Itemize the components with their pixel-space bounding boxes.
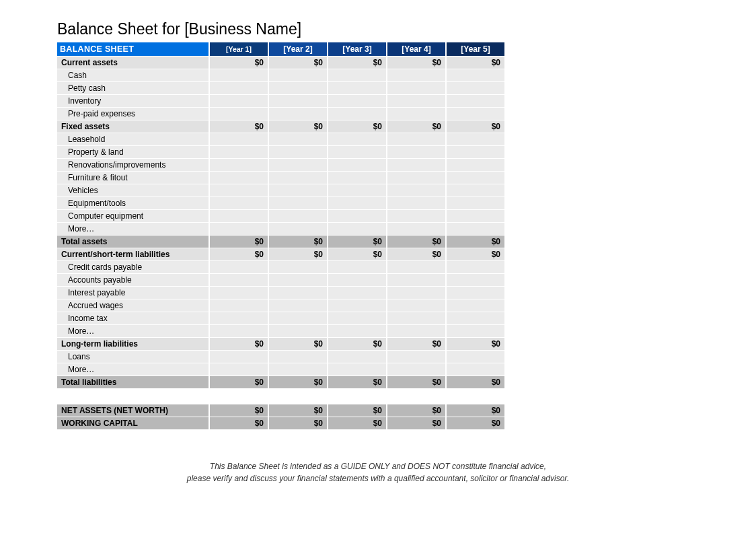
row-value: $0	[328, 248, 387, 261]
row-value	[328, 82, 387, 95]
row-value: $0	[268, 376, 328, 389]
row-label: More…	[57, 325, 209, 338]
row-label: Computer equipment	[57, 210, 209, 223]
row-value: $0	[209, 417, 268, 430]
table-row: Credit cards payable	[57, 261, 505, 274]
row-value	[446, 325, 505, 338]
row-value	[268, 261, 328, 274]
row-value	[446, 299, 505, 312]
row-value	[328, 210, 387, 223]
row-value	[328, 95, 387, 108]
table-row: More…	[57, 325, 505, 338]
row-value	[387, 299, 446, 312]
row-value	[328, 69, 387, 82]
row-value: $0	[446, 376, 505, 389]
row-label: Current/short-term liabilities	[57, 248, 209, 261]
row-value	[328, 159, 387, 172]
row-value	[328, 389, 387, 404]
table-row	[57, 389, 505, 404]
row-value	[268, 299, 328, 312]
row-value	[387, 351, 446, 363]
row-value	[446, 184, 505, 197]
table-row: WORKING CAPITAL$0$0$0$0$0	[57, 417, 505, 430]
row-label: Accounts payable	[57, 274, 209, 287]
table-row: Inventory	[57, 95, 505, 108]
row-value	[446, 69, 505, 82]
row-value	[268, 210, 328, 223]
row-value	[209, 146, 268, 159]
table-row: Accounts payable	[57, 274, 505, 287]
table-row: Current/short-term liabilities$0$0$0$0$0	[57, 248, 505, 261]
table-row: Current assets$0$0$0$0$0	[57, 57, 505, 69]
row-value	[328, 223, 387, 236]
row-value	[209, 184, 268, 197]
table-row: Loans	[57, 351, 505, 363]
table-row: Total liabilities$0$0$0$0$0	[57, 376, 505, 389]
row-label: NET ASSETS (NET WORTH)	[57, 404, 209, 417]
row-value	[387, 210, 446, 223]
row-value	[268, 325, 328, 338]
table-row: More…	[57, 223, 505, 236]
row-value: $0	[209, 120, 268, 133]
row-value	[268, 223, 328, 236]
row-value: $0	[209, 57, 268, 69]
row-label	[57, 389, 209, 404]
table-row: Accrued wages	[57, 299, 505, 312]
row-label: Pre-paid expenses	[57, 108, 209, 120]
row-value	[328, 287, 387, 299]
row-value	[209, 159, 268, 172]
row-label: Loans	[57, 351, 209, 363]
row-value	[446, 210, 505, 223]
disclaimer-line-1: This Balance Sheet is intended as a GUID…	[57, 460, 699, 472]
row-value: $0	[446, 57, 505, 69]
row-label: Petty cash	[57, 82, 209, 95]
row-value	[446, 287, 505, 299]
row-value: $0	[328, 57, 387, 69]
row-label: Total liabilities	[57, 376, 209, 389]
header-year-1: [Year 1]	[209, 42, 268, 57]
row-value	[446, 82, 505, 95]
row-value	[387, 133, 446, 146]
table-row: Cash	[57, 69, 505, 82]
row-label: Furniture & fitout	[57, 172, 209, 184]
row-value	[328, 184, 387, 197]
row-label: Fixed assets	[57, 120, 209, 133]
disclaimer-line-2: please verify and discuss your financial…	[57, 472, 699, 485]
row-value	[446, 223, 505, 236]
row-value	[328, 274, 387, 287]
table-header-row: BALANCE SHEET [Year 1] [Year 2] [Year 3]…	[57, 42, 505, 57]
header-year-4: [Year 4]	[387, 42, 446, 57]
row-value	[268, 159, 328, 172]
row-label: More…	[57, 223, 209, 236]
row-value: $0	[268, 404, 328, 417]
row-label: Income tax	[57, 312, 209, 325]
row-value	[387, 325, 446, 338]
row-value	[209, 172, 268, 184]
row-value: $0	[209, 236, 268, 248]
row-value	[387, 312, 446, 325]
row-value	[328, 325, 387, 338]
row-label: More…	[57, 363, 209, 376]
row-value	[209, 351, 268, 363]
row-value	[387, 223, 446, 236]
row-value	[446, 363, 505, 376]
row-value	[209, 197, 268, 210]
row-value: $0	[387, 338, 446, 351]
row-value	[268, 95, 328, 108]
header-main: BALANCE SHEET	[57, 42, 209, 57]
row-value	[209, 287, 268, 299]
table-row: Petty cash	[57, 82, 505, 95]
row-label: Renovations/improvements	[57, 159, 209, 172]
row-value	[446, 95, 505, 108]
row-value: $0	[387, 248, 446, 261]
row-value	[209, 210, 268, 223]
row-value: $0	[209, 376, 268, 389]
row-value	[268, 363, 328, 376]
row-label: Inventory	[57, 95, 209, 108]
row-value: $0	[268, 57, 328, 69]
header-year-2: [Year 2]	[268, 42, 328, 57]
row-value: $0	[209, 404, 268, 417]
row-value: $0	[268, 120, 328, 133]
row-value	[328, 261, 387, 274]
table-row: Computer equipment	[57, 210, 505, 223]
